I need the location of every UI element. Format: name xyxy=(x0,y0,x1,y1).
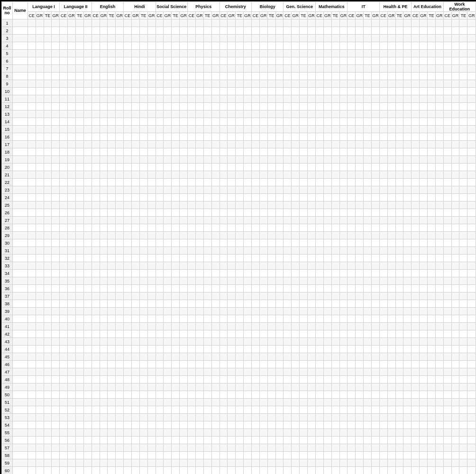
mark-cell[interactable] xyxy=(371,292,379,300)
mark-cell[interactable] xyxy=(228,103,236,110)
mark-cell[interactable] xyxy=(44,346,52,353)
mark-cell[interactable] xyxy=(75,118,83,126)
mark-cell[interactable] xyxy=(428,247,436,255)
mark-cell[interactable] xyxy=(403,467,412,474)
mark-cell[interactable] xyxy=(308,247,316,255)
mark-cell[interactable] xyxy=(195,270,203,277)
mark-cell[interactable] xyxy=(387,353,395,361)
mark-cell[interactable] xyxy=(60,467,68,474)
mark-cell[interactable] xyxy=(139,171,147,179)
mark-cell[interactable] xyxy=(300,217,308,224)
mark-cell[interactable] xyxy=(180,103,188,110)
mark-cell[interactable] xyxy=(412,399,420,406)
mark-cell[interactable] xyxy=(195,383,203,391)
mark-cell[interactable] xyxy=(92,232,100,239)
mark-cell[interactable] xyxy=(315,42,323,50)
mark-cell[interactable] xyxy=(164,35,172,42)
name-cell[interactable] xyxy=(13,95,28,103)
mark-cell[interactable] xyxy=(459,27,467,35)
mark-cell[interactable] xyxy=(147,239,156,247)
mark-cell[interactable] xyxy=(259,126,267,133)
mark-cell[interactable] xyxy=(203,406,211,414)
mark-cell[interactable] xyxy=(188,383,196,391)
mark-cell[interactable] xyxy=(195,126,203,133)
mark-cell[interactable] xyxy=(371,315,379,323)
mark-cell[interactable] xyxy=(27,209,36,217)
mark-cell[interactable] xyxy=(420,103,428,110)
mark-cell[interactable] xyxy=(27,262,36,270)
mark-cell[interactable] xyxy=(395,65,403,73)
mark-cell[interactable] xyxy=(116,315,124,323)
mark-cell[interactable] xyxy=(124,277,132,285)
mark-cell[interactable] xyxy=(284,224,292,232)
mark-cell[interactable] xyxy=(124,19,132,27)
mark-cell[interactable] xyxy=(252,80,260,88)
mark-cell[interactable] xyxy=(211,118,220,126)
mark-cell[interactable] xyxy=(443,270,451,277)
mark-cell[interactable] xyxy=(252,186,260,194)
mark-cell[interactable] xyxy=(339,27,348,35)
mark-cell[interactable] xyxy=(275,330,284,338)
mark-cell[interactable] xyxy=(211,27,220,35)
mark-cell[interactable] xyxy=(116,361,124,368)
mark-cell[interactable] xyxy=(443,315,451,323)
mark-cell[interactable] xyxy=(420,406,428,414)
mark-cell[interactable] xyxy=(195,35,203,42)
mark-cell[interactable] xyxy=(236,50,244,57)
name-cell[interactable] xyxy=(13,73,28,80)
mark-cell[interactable] xyxy=(451,353,459,361)
mark-cell[interactable] xyxy=(132,186,140,194)
mark-cell[interactable] xyxy=(180,57,188,65)
mark-cell[interactable] xyxy=(387,19,395,27)
mark-cell[interactable] xyxy=(44,224,52,232)
mark-cell[interactable] xyxy=(68,239,76,247)
mark-cell[interactable] xyxy=(203,368,211,376)
mark-cell[interactable] xyxy=(108,330,116,338)
mark-cell[interactable] xyxy=(267,308,275,315)
mark-cell[interactable] xyxy=(403,164,412,171)
mark-cell[interactable] xyxy=(300,232,308,239)
mark-cell[interactable] xyxy=(195,376,203,383)
mark-cell[interactable] xyxy=(147,42,156,50)
mark-cell[interactable] xyxy=(267,133,275,141)
mark-cell[interactable] xyxy=(331,376,339,383)
mark-cell[interactable] xyxy=(220,376,228,383)
mark-cell[interactable] xyxy=(379,292,387,300)
mark-cell[interactable] xyxy=(60,459,68,467)
mark-cell[interactable] xyxy=(75,232,83,239)
mark-cell[interactable] xyxy=(180,406,188,414)
mark-cell[interactable] xyxy=(180,232,188,239)
mark-cell[interactable] xyxy=(147,209,156,217)
mark-cell[interactable] xyxy=(428,232,436,239)
mark-cell[interactable] xyxy=(100,164,108,171)
mark-cell[interactable] xyxy=(172,179,180,186)
mark-cell[interactable] xyxy=(467,141,476,148)
mark-cell[interactable] xyxy=(252,270,260,277)
mark-cell[interactable] xyxy=(356,323,364,330)
mark-cell[interactable] xyxy=(220,270,228,277)
mark-cell[interactable] xyxy=(308,368,316,376)
mark-cell[interactable] xyxy=(284,194,292,201)
mark-cell[interactable] xyxy=(36,224,44,232)
mark-cell[interactable] xyxy=(92,292,100,300)
mark-cell[interactable] xyxy=(364,361,372,368)
mark-cell[interactable] xyxy=(92,285,100,292)
mark-cell[interactable] xyxy=(420,194,428,201)
mark-cell[interactable] xyxy=(203,186,211,194)
mark-cell[interactable] xyxy=(36,414,44,421)
mark-cell[interactable] xyxy=(467,118,476,126)
mark-cell[interactable] xyxy=(348,452,356,459)
mark-cell[interactable] xyxy=(275,209,284,217)
mark-cell[interactable] xyxy=(164,95,172,103)
mark-cell[interactable] xyxy=(348,65,356,73)
mark-cell[interactable] xyxy=(284,300,292,308)
mark-cell[interactable] xyxy=(323,103,331,110)
mark-cell[interactable] xyxy=(292,50,300,57)
mark-cell[interactable] xyxy=(52,110,60,118)
mark-cell[interactable] xyxy=(172,391,180,399)
name-cell[interactable] xyxy=(13,406,28,414)
mark-cell[interactable] xyxy=(348,308,356,315)
mark-cell[interactable] xyxy=(156,391,164,399)
mark-cell[interactable] xyxy=(403,209,412,217)
mark-cell[interactable] xyxy=(180,179,188,186)
